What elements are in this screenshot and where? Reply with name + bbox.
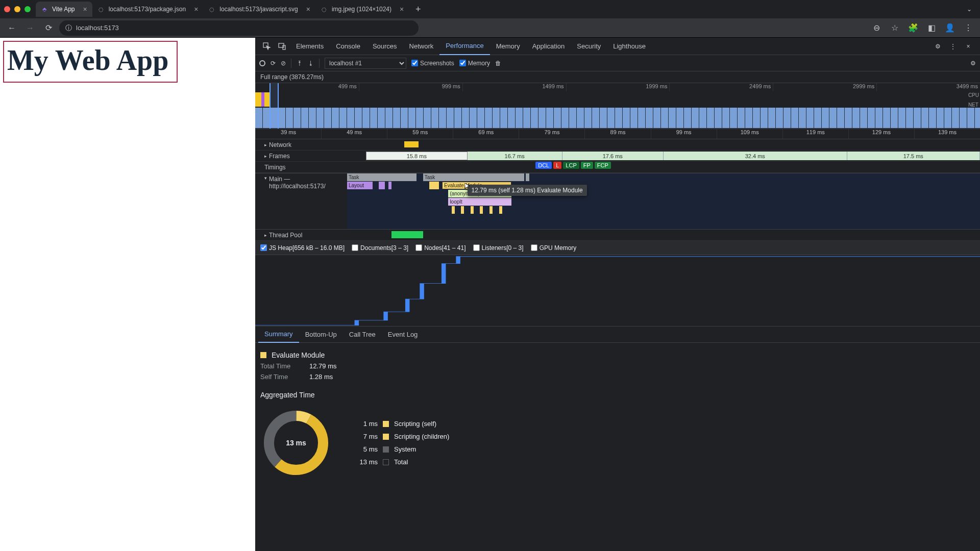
tab-search-icon[interactable]: ⌄ — [963, 3, 976, 16]
frame-segment[interactable]: 16.7 ms — [468, 152, 562, 160]
collect-garbage-icon[interactable]: 🗑 — [495, 60, 501, 67]
flame-anonymous[interactable]: (anonymous) — [448, 190, 511, 197]
devtools-tabs: Elements Console Sources Network Perform… — [255, 38, 980, 55]
flame-loopit[interactable]: loopIt — [448, 198, 511, 206]
reload-record-icon[interactable]: ⟳ — [271, 60, 276, 67]
timing-badge[interactable]: L — [553, 162, 561, 169]
detail-tab-summary[interactable]: Summary — [258, 327, 299, 343]
site-info-icon[interactable]: ⓘ — [65, 23, 72, 33]
bookmark-icon[interactable]: ☆ — [887, 20, 902, 36]
tab-performance[interactable]: Performance — [439, 38, 489, 55]
flame-bar[interactable] — [526, 173, 529, 181]
browser-tab-0[interactable]: ⬘ Vite App × — [36, 2, 92, 17]
address-bar[interactable]: ⓘ localhost:5173 — [59, 20, 419, 36]
detail-tab-calltree[interactable]: Call Tree — [343, 327, 382, 343]
tab-security[interactable]: Security — [571, 38, 607, 55]
flame-bar[interactable] — [518, 173, 524, 181]
mem-legend-item[interactable]: Nodes[41 – 41] — [415, 244, 465, 252]
zoom-icon[interactable]: ⊖ — [869, 20, 884, 36]
tab-console[interactable]: Console — [330, 38, 366, 55]
timings-track[interactable]: Timings DCLLLCPFPFCP — [255, 162, 980, 173]
ruler-tick: 39 ms — [255, 129, 321, 139]
mem-legend-item[interactable]: GPU Memory — [531, 244, 577, 252]
back-button[interactable]: ← — [4, 20, 19, 36]
device-toolbar-icon[interactable] — [275, 39, 290, 54]
thread-pool-track[interactable]: ▸Thread Pool — [255, 230, 980, 241]
main-thread-track[interactable]: ▾Main — http://localhost:5173/ Task Layo… — [255, 173, 980, 230]
flame-bar[interactable] — [429, 182, 439, 189]
self-time-value: 1.28 ms — [309, 373, 333, 381]
profile-icon[interactable]: 👤 — [942, 20, 958, 36]
mem-legend-item[interactable]: Documents[3 – 3] — [352, 244, 408, 252]
flame-task[interactable]: Task — [347, 173, 416, 181]
tab-close-icon[interactable]: × — [400, 5, 404, 13]
legend-row: 1 msScripting (self) — [352, 420, 449, 428]
devtools-close-icon[interactable]: × — [961, 39, 976, 54]
tab-elements[interactable]: Elements — [290, 38, 330, 55]
tab-network[interactable]: Network — [403, 38, 440, 55]
record-button[interactable] — [259, 60, 265, 66]
summary-title: Evaluate Module — [272, 351, 325, 359]
frame-segment[interactable]: 15.8 ms — [366, 152, 467, 160]
window-zoom-icon[interactable] — [24, 6, 31, 12]
target-select[interactable]: localhost #1 — [325, 58, 406, 69]
load-profile-icon[interactable]: ⭱ — [297, 60, 303, 67]
overview-net-label: NET — [968, 102, 979, 108]
browser-toolbar: ← → ⟳ ⓘ localhost:5173 ⊖ ☆ 🧩 ◧ 👤 ⋮ — [0, 18, 980, 38]
detail-tab-eventlog[interactable]: Event Log — [382, 327, 424, 343]
timeline-ruler[interactable]: 39 ms 49 ms 59 ms 69 ms 79 ms 89 ms 99 m… — [255, 129, 980, 139]
browser-menu-icon[interactable]: ⋮ — [961, 20, 976, 36]
browser-tab-1[interactable]: ◌ localhost:5173/package.json × — [92, 2, 204, 17]
mem-legend-item[interactable]: JS Heap[656 kB – 16.0 MB] — [260, 244, 345, 252]
ruler-tick: 89 ms — [584, 129, 650, 139]
sidepanel-icon[interactable]: ◧ — [924, 20, 939, 36]
extensions-icon[interactable]: 🧩 — [905, 20, 921, 36]
inspect-element-icon[interactable] — [259, 39, 275, 54]
browser-tabstrip: ⬘ Vite App × ◌ localhost:5173/package.js… — [0, 0, 980, 18]
reload-button[interactable]: ⟳ — [41, 20, 56, 36]
overview-selection[interactable] — [270, 83, 279, 129]
timing-badge[interactable]: FCP — [595, 162, 611, 169]
tab-title: localhost:5173/javascript.svg — [219, 6, 298, 13]
tab-lighthouse[interactable]: Lighthouse — [607, 38, 652, 55]
capture-settings-icon[interactable]: ⚙ — [970, 60, 976, 67]
overview-tick: 999 ms — [359, 83, 462, 91]
frames-track[interactable]: ▸Frames 15.8 ms16.7 ms17.6 ms32.4 ms17.5… — [255, 151, 980, 162]
network-track[interactable]: ▸Network — [255, 139, 980, 151]
flame-layout[interactable]: Layout — [347, 182, 373, 189]
window-minimize-icon[interactable] — [14, 6, 20, 12]
save-profile-icon[interactable]: ⭳ — [308, 60, 314, 67]
new-tab-button[interactable]: + — [411, 2, 425, 16]
forward-button[interactable]: → — [22, 20, 38, 36]
flame-evaluate-module[interactable]: Evaluate Module — [442, 182, 511, 189]
flame-task[interactable]: Task — [423, 173, 524, 181]
flame-bar[interactable] — [379, 182, 385, 189]
memory-graph[interactable] — [255, 255, 980, 327]
favicon-icon: ◌ — [321, 6, 328, 13]
memory-checkbox[interactable]: Memory — [459, 60, 490, 67]
tab-close-icon[interactable]: × — [306, 5, 310, 13]
screenshots-checkbox[interactable]: Screenshots — [411, 60, 454, 67]
timing-badge[interactable]: DCL — [535, 162, 552, 169]
frame-segment[interactable]: 17.6 ms — [562, 152, 664, 160]
tab-memory[interactable]: Memory — [490, 38, 526, 55]
devtools-menu-icon[interactable]: ⋮ — [945, 39, 961, 54]
timing-badge[interactable]: FP — [581, 162, 593, 169]
mem-legend-item[interactable]: Listeners[0 – 3] — [473, 244, 524, 252]
flame-bar[interactable] — [388, 182, 391, 189]
tab-sources[interactable]: Sources — [366, 38, 403, 55]
browser-tab-3[interactable]: ◌ img.jpeg (1024×1024) × — [315, 2, 409, 17]
tab-close-icon[interactable]: × — [194, 5, 198, 13]
frame-segment[interactable]: 17.5 ms — [847, 152, 980, 160]
self-time-label: Self Time — [260, 373, 301, 381]
browser-tab-2[interactable]: ◌ localhost:5173/javascript.svg × — [203, 2, 315, 17]
tab-application[interactable]: Application — [526, 38, 571, 55]
overview-minimap[interactable]: 499 ms 999 ms 1499 ms 1999 ms 2499 ms 29… — [255, 83, 980, 129]
tab-close-icon[interactable]: × — [83, 5, 87, 13]
timing-badge[interactable]: LCP — [563, 162, 579, 169]
settings-icon[interactable]: ⚙ — [930, 39, 945, 54]
detail-tab-bottomup[interactable]: Bottom-Up — [299, 327, 343, 343]
clear-icon[interactable]: ⊘ — [281, 60, 286, 67]
frame-segment[interactable]: 32.4 ms — [664, 152, 847, 160]
window-close-icon[interactable] — [4, 6, 10, 12]
